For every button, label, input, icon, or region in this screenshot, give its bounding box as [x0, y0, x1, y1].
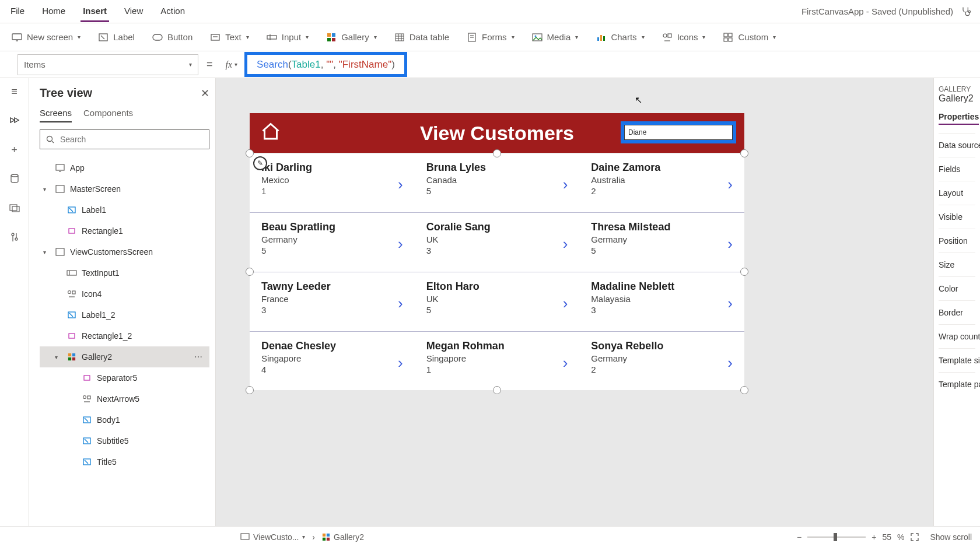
icons-button[interactable]: Icons▾: [662, 32, 706, 43]
property-fields[interactable]: Fields: [939, 157, 975, 181]
tree-item-subtitle5[interactable]: Subtitle5: [40, 430, 209, 451]
data-icon[interactable]: [8, 173, 21, 185]
chevron-right-icon[interactable]: ›: [727, 235, 733, 253]
tree-item-textinput1[interactable]: TextInput1: [40, 262, 209, 283]
tree-item-label1_2[interactable]: Label1_2: [40, 304, 209, 325]
tree-tab-components[interactable]: Components: [83, 108, 133, 122]
selection-handle[interactable]: [246, 149, 254, 157]
properties-tab[interactable]: Properties: [939, 112, 979, 125]
home-icon[interactable]: [260, 121, 281, 142]
property-color[interactable]: Color: [939, 276, 975, 300]
tree-item-rectangle1[interactable]: Rectangle1: [40, 220, 209, 241]
gallery-item[interactable]: Bruna LylesCanada5›: [415, 153, 580, 212]
tree-view-icon[interactable]: [8, 114, 21, 127]
gallery-item[interactable]: iki DarlingMexico1›: [250, 153, 415, 212]
menu-home[interactable]: Home: [40, 1, 68, 22]
search-input[interactable]: Diane: [624, 125, 733, 140]
tree-search-input[interactable]: [59, 134, 203, 145]
gallery-item[interactable]: Denae ChesleySingapore4›: [250, 332, 415, 390]
data-table-button[interactable]: Data table: [394, 32, 449, 43]
gallery-control[interactable]: iki DarlingMexico1›Bruna LylesCanada5›Da…: [250, 153, 744, 390]
charts-button[interactable]: Charts▾: [596, 32, 644, 43]
selection-handle[interactable]: [246, 386, 254, 394]
close-icon[interactable]: ✕: [201, 87, 209, 100]
chevron-right-icon[interactable]: ›: [563, 235, 568, 253]
gallery-item[interactable]: Daine ZamoraAustralia2›: [579, 153, 744, 212]
custom-button[interactable]: Custom▾: [723, 32, 776, 43]
input-button[interactable]: Input▾: [267, 32, 309, 43]
tree-item-label1[interactable]: Label1: [40, 199, 209, 220]
gallery-button[interactable]: Gallery▾: [326, 32, 377, 43]
edit-template-icon[interactable]: ✎: [253, 156, 267, 170]
property-data-source[interactable]: Data source: [939, 133, 975, 157]
property-border[interactable]: Border: [939, 300, 975, 324]
media-button[interactable]: Media▾: [532, 32, 579, 43]
chevron-right-icon[interactable]: ›: [727, 354, 733, 372]
chevron-right-icon[interactable]: ›: [398, 294, 403, 313]
tree-item-app[interactable]: App: [40, 157, 209, 178]
tools-icon[interactable]: [8, 231, 21, 244]
gallery-item[interactable]: Elton HaroUK5›: [415, 272, 580, 331]
chevron-right-icon[interactable]: ›: [563, 294, 568, 313]
button-button[interactable]: Button: [152, 32, 192, 43]
gallery-item[interactable]: Thresa MilsteadGermany5›: [579, 213, 744, 272]
tree-item-viewcustomersscreen[interactable]: ▾ViewCustomersScreen: [40, 241, 209, 262]
zoom-slider[interactable]: [807, 537, 866, 538]
menu-file[interactable]: File: [8, 1, 27, 22]
tree-item-title5[interactable]: Title5: [40, 451, 209, 472]
property-template-size[interactable]: Template size: [939, 348, 975, 372]
canvas-area[interactable]: ↖ View Customers Diane iki DarlingMexico…: [216, 78, 933, 526]
gallery-item[interactable]: Beau SpratlingGermany5›: [250, 213, 415, 272]
tree-item-body1[interactable]: Body1: [40, 409, 209, 430]
tree-item-rectangle1_2[interactable]: Rectangle1_2: [40, 325, 209, 346]
selection-handle[interactable]: [493, 386, 501, 394]
new-screen-button[interactable]: New screen ▾: [12, 32, 80, 43]
property-visible[interactable]: Visible: [939, 205, 975, 229]
text-button[interactable]: Text▾: [210, 32, 249, 43]
property-selector[interactable]: Items ▾: [18, 54, 198, 75]
tree-item-separator5[interactable]: Separator5: [40, 367, 209, 388]
label-button[interactable]: Label: [98, 32, 135, 43]
zoom-in-button[interactable]: +: [872, 532, 876, 542]
zoom-out-button[interactable]: −: [797, 532, 802, 542]
menu-insert[interactable]: Insert: [80, 1, 109, 22]
property-wrap-count[interactable]: Wrap count: [939, 324, 975, 348]
gallery-item[interactable]: Madaline NeblettMalayasia3›: [579, 272, 744, 331]
property-layout[interactable]: Layout: [939, 181, 975, 205]
breadcrumb-control[interactable]: Gallery2: [322, 532, 364, 542]
gallery-item[interactable]: Sonya RebelloGermany2›: [579, 332, 744, 390]
tree-item-masterscreen[interactable]: ▾MasterScreen: [40, 178, 209, 199]
breadcrumb-screen[interactable]: ViewCusto... ▾: [240, 532, 305, 542]
more-icon[interactable]: ⋯: [194, 352, 204, 362]
property-size[interactable]: Size: [939, 253, 975, 276]
stethoscope-icon[interactable]: [960, 6, 972, 17]
fit-icon[interactable]: [910, 532, 919, 542]
menu-view[interactable]: View: [122, 1, 145, 22]
menu-action[interactable]: Action: [158, 1, 187, 22]
selection-handle[interactable]: [740, 386, 748, 394]
hamburger-icon[interactable]: ≡: [8, 85, 21, 98]
property-position[interactable]: Position: [939, 229, 975, 253]
chevron-right-icon[interactable]: ›: [563, 354, 568, 372]
tree-item-nextarrow5[interactable]: NextArrow5: [40, 388, 209, 409]
insert-icon[interactable]: +: [8, 143, 21, 156]
property-template-pa[interactable]: Template pa: [939, 372, 975, 396]
chevron-right-icon[interactable]: ›: [398, 235, 403, 253]
tree-item-gallery2[interactable]: ▾Gallery2⋯: [40, 346, 209, 367]
chevron-right-icon[interactable]: ›: [727, 176, 733, 194]
gallery-item[interactable]: Tawny LeederFrance3›: [250, 272, 415, 331]
selection-handle[interactable]: [493, 149, 501, 157]
selection-handle[interactable]: [246, 268, 254, 276]
forms-button[interactable]: Forms▾: [467, 32, 514, 43]
gallery-item[interactable]: Coralie SangUK3›: [415, 213, 580, 272]
tree-item-icon4[interactable]: Icon4: [40, 283, 209, 304]
chevron-right-icon[interactable]: ›: [398, 354, 403, 372]
selection-handle[interactable]: [740, 149, 748, 157]
gallery-item[interactable]: Megan RohmanSingapore1›: [415, 332, 580, 390]
chevron-right-icon[interactable]: ›: [727, 294, 733, 313]
formula-input-area[interactable]: fx ▾ Search(Table1, "", "FirstName"): [221, 54, 980, 75]
chevron-right-icon[interactable]: ›: [398, 176, 403, 194]
chevron-right-icon[interactable]: ›: [563, 176, 568, 194]
tree-tab-screens[interactable]: Screens: [40, 108, 72, 122]
tree-search[interactable]: [40, 129, 209, 149]
